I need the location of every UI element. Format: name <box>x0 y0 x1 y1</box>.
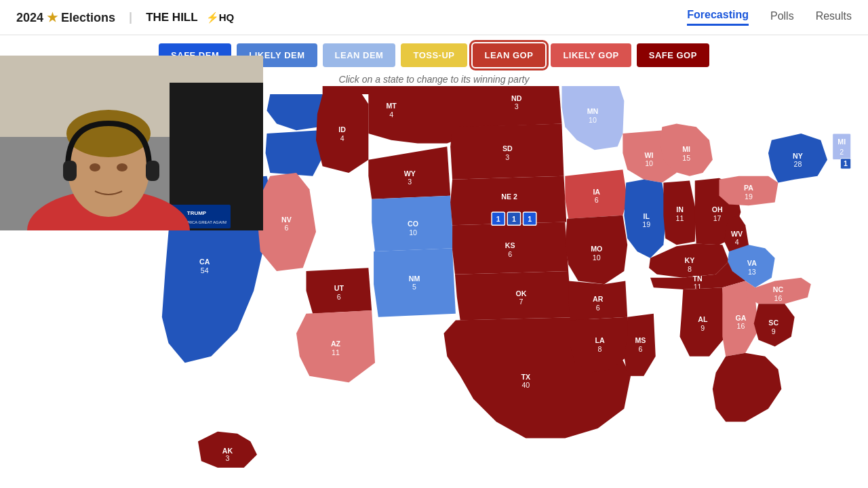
state-sc[interactable] <box>754 304 795 346</box>
state-ny[interactable] <box>768 134 827 183</box>
state-nv[interactable] <box>257 173 316 271</box>
mi-partial[interactable] <box>833 134 851 160</box>
state-co[interactable] <box>372 196 454 251</box>
svg-rect-10 <box>63 161 77 181</box>
elections-title: 2024 ★ Elections <box>16 10 115 25</box>
svg-text:1: 1 <box>512 215 516 223</box>
hq-logo: ⚡HQ <box>206 12 235 24</box>
svg-text:1: 1 <box>496 215 500 223</box>
btn-lean-gop[interactable]: LEAN GOP <box>473 43 546 67</box>
state-wy[interactable] <box>368 146 450 199</box>
state-al[interactable] <box>680 287 726 356</box>
state-ky[interactable] <box>649 243 729 277</box>
btn-likely-gop[interactable]: LIKELY GOP <box>551 43 631 67</box>
state-ok[interactable] <box>455 271 588 321</box>
state-ut[interactable] <box>307 268 372 314</box>
state-az[interactable] <box>296 310 375 382</box>
btn-safe-gop[interactable]: SAFE GOP <box>637 43 709 67</box>
state-or[interactable] <box>266 130 321 176</box>
state-mo[interactable] <box>565 216 627 285</box>
svg-text:1: 1 <box>844 159 848 167</box>
state-ar[interactable] <box>568 281 627 321</box>
main-nav: ForecastingPollsResults <box>687 9 852 26</box>
nav-polls[interactable]: Polls <box>770 10 794 25</box>
state-sd[interactable] <box>450 124 564 180</box>
video-feed: TRUMP MAKE AMERICA GREAT AGAIN! <box>0 56 263 230</box>
site-branding: 2024 ★ Elections | THE HILL ⚡HQ <box>16 10 234 25</box>
state-in[interactable] <box>663 181 696 245</box>
header: 2024 ★ Elections | THE HILL ⚡HQ Forecast… <box>0 0 868 35</box>
svg-rect-11 <box>146 161 159 181</box>
btn-tossup[interactable]: TOSS-UP <box>401 43 467 67</box>
svg-text:TRUMP: TRUMP <box>187 210 207 216</box>
nav-results[interactable]: Results <box>816 10 852 25</box>
divider: | <box>129 10 132 24</box>
state-il[interactable] <box>624 180 667 258</box>
state-ms[interactable] <box>624 314 655 376</box>
state-mn[interactable] <box>562 81 625 150</box>
state-pa[interactable] <box>719 176 778 206</box>
svg-text:1: 1 <box>528 215 532 223</box>
svg-point-12 <box>90 163 100 171</box>
video-silhouette: TRUMP MAKE AMERICA GREAT AGAIN! <box>0 56 263 230</box>
state-ak[interactable] <box>198 432 257 468</box>
video-overlay: TRUMP MAKE AMERICA GREAT AGAIN! <box>0 56 263 230</box>
svg-point-13 <box>117 163 127 171</box>
state-nd[interactable] <box>473 81 562 127</box>
nav-forecasting[interactable]: Forecasting <box>687 9 749 26</box>
state-fl[interactable] <box>713 353 782 422</box>
thehill-logo: THE HILL <box>146 11 198 24</box>
state-ks[interactable] <box>452 222 568 274</box>
btn-lean-dem[interactable]: LEAN DEM <box>323 43 396 67</box>
state-nm[interactable] <box>374 248 456 317</box>
state-id[interactable] <box>316 94 368 173</box>
state-ia[interactable] <box>565 169 627 219</box>
